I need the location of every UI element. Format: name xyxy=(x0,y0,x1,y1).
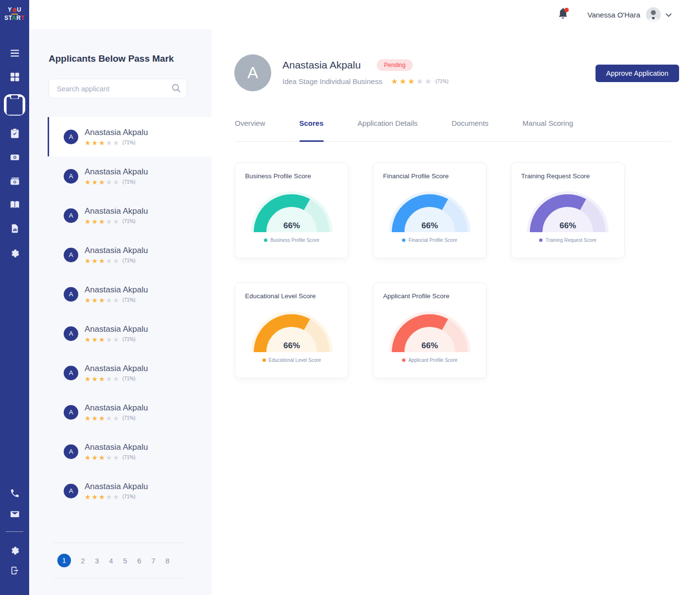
gauge-legend: Training Request Score xyxy=(511,238,624,243)
tab-documents[interactable]: Documents xyxy=(452,119,489,141)
applicant-list-item[interactable]: AAnastasia Akpalu★★★★★(71%) xyxy=(48,156,211,196)
pagination-page[interactable]: 1 xyxy=(57,554,71,567)
applicant-list-item[interactable]: AAnastasia Akpalu★★★★★(71%) xyxy=(48,117,211,156)
score-cards: Business Profile Score66%Business Profil… xyxy=(235,162,625,378)
main-content: A Anastasia Akpalu Pending Idea Stage In… xyxy=(211,29,700,595)
applicant-avatar: A xyxy=(64,208,78,223)
pagination-page[interactable]: 5 xyxy=(123,557,127,565)
pagination: 12345678 xyxy=(53,543,185,578)
pagination-page[interactable]: 2 xyxy=(81,557,85,565)
legend-dot-icon xyxy=(402,358,405,362)
pagination-page[interactable]: 7 xyxy=(151,557,156,565)
applicant-rating: ★★★★★(71%) xyxy=(85,139,148,146)
star-icon: ★ xyxy=(106,179,112,186)
gauge-chart: 66% xyxy=(511,182,624,236)
star-icon: ★ xyxy=(106,375,112,382)
applicant-name: Anastasia Akpalu xyxy=(85,167,148,177)
score-card: Business Profile Score66%Business Profil… xyxy=(235,162,349,258)
score-card: Educational Level Score66%Educational Le… xyxy=(235,282,349,378)
applicant-avatar: A xyxy=(64,326,78,341)
evaluations-icon[interactable] xyxy=(8,127,21,139)
applicant-list-item[interactable]: AAnastasia Akpalu★★★★★(71%) xyxy=(48,471,211,510)
mail-icon[interactable] xyxy=(8,508,21,520)
applicant-avatar: A xyxy=(64,130,78,144)
gauge-value: 66% xyxy=(283,221,300,230)
applicant-avatar: A xyxy=(64,444,78,459)
star-icon: ★ xyxy=(85,179,91,186)
user-name: Vanessa O'Hara xyxy=(588,11,640,19)
applicant-rating: ★★★★★(71%) xyxy=(85,454,148,461)
star-icon: ★ xyxy=(106,336,112,343)
menu-icon[interactable] xyxy=(8,47,21,59)
applicant-list-item[interactable]: AAnastasia Akpalu★★★★★(71%) xyxy=(48,196,211,235)
star-icon: ★ xyxy=(106,415,112,422)
pagination-page[interactable]: 4 xyxy=(109,557,113,565)
applicant-avatar: A xyxy=(64,287,78,302)
applicant-avatar: A xyxy=(64,366,78,380)
notification-dot xyxy=(564,8,569,12)
notification-bell-icon[interactable] xyxy=(558,8,568,21)
top-bar: Vanessa O'Hara xyxy=(29,0,700,29)
star-icon: ★ xyxy=(391,78,398,85)
applicant-name: Anastasia Akpalu xyxy=(85,364,148,374)
pagination-page[interactable]: 3 xyxy=(95,557,99,565)
star-icon: ★ xyxy=(92,218,98,225)
gauge-legend: Applicant Profile Score xyxy=(373,357,486,363)
legend-label: Educational Level Score xyxy=(269,357,321,363)
pagination-page[interactable]: 8 xyxy=(165,557,170,565)
applicant-list-item[interactable]: AAnastasia Akpalu★★★★★(71%) xyxy=(48,432,211,471)
applicant-list-item[interactable]: AAnastasia Akpalu★★★★★(71%) xyxy=(48,274,211,314)
sidebar-bottom-nav xyxy=(6,487,23,577)
sidebar: YU START xyxy=(0,0,29,595)
applications-nav-active[interactable] xyxy=(4,94,25,116)
search-icon xyxy=(172,84,181,95)
applicant-name: Anastasia Akpalu xyxy=(85,128,148,137)
gauge-chart: 66% xyxy=(235,302,348,356)
star-icon: ★ xyxy=(99,297,105,304)
applicant-percent: (71%) xyxy=(122,376,136,381)
applicant-avatar: A xyxy=(64,248,78,262)
applicant-list-item[interactable]: AAnastasia Akpalu★★★★★(71%) xyxy=(48,392,211,432)
applicant-list-item[interactable]: AAnastasia Akpalu★★★★★(71%) xyxy=(48,353,211,392)
gauge-value: 66% xyxy=(421,341,438,350)
star-icon: ★ xyxy=(106,297,112,304)
gauge-chart: 66% xyxy=(373,182,486,236)
applicant-list-item[interactable]: AAnastasia Akpalu★★★★★(71%) xyxy=(48,314,211,353)
tab-overview[interactable]: Overview xyxy=(235,119,265,141)
search-input[interactable] xyxy=(49,79,187,99)
clipboard-icon xyxy=(4,94,25,116)
tab-manual-scoring[interactable]: Manual Scoring xyxy=(523,119,573,141)
applicant-subtitle: Idea Stage Individual Business xyxy=(282,77,382,85)
star-icon: ★ xyxy=(85,336,91,343)
payouts-icon[interactable] xyxy=(8,174,21,187)
star-icon: ★ xyxy=(113,297,119,304)
legend-label: Financial Profile Score xyxy=(408,238,457,243)
star-icon: ★ xyxy=(113,218,119,225)
approve-application-button[interactable]: Approve Application xyxy=(595,65,679,82)
payments-icon[interactable] xyxy=(8,151,21,163)
search-wrap xyxy=(49,79,187,99)
star-icon: ★ xyxy=(92,415,98,422)
preferences-gear-icon[interactable] xyxy=(8,543,21,556)
library-icon[interactable] xyxy=(8,198,21,211)
applicant-rating: ★★★★★(71%) xyxy=(85,297,148,304)
score-card: Applicant Profile Score66%Applicant Prof… xyxy=(373,282,487,378)
tab-scores[interactable]: Scores xyxy=(299,119,324,141)
star-icon: ★ xyxy=(106,139,112,146)
chevron-down-icon[interactable] xyxy=(665,10,672,19)
star-icon: ★ xyxy=(106,454,112,461)
applicant-name: Anastasia Akpalu xyxy=(85,246,148,255)
applicant-list-item[interactable]: AAnastasia Akpalu★★★★★(71%) xyxy=(48,235,211,274)
settings-icon[interactable] xyxy=(8,246,21,258)
dashboard-icon[interactable] xyxy=(8,70,21,83)
phone-icon[interactable] xyxy=(8,487,21,499)
gauge-value: 66% xyxy=(283,341,300,350)
tab-application-details[interactable]: Application Details xyxy=(358,119,418,141)
user-avatar[interactable] xyxy=(646,7,661,22)
star-icon: ★ xyxy=(99,493,105,500)
pagination-page[interactable]: 6 xyxy=(137,557,141,565)
reports-icon[interactable] xyxy=(8,222,21,235)
applicant-avatar: A xyxy=(64,484,78,498)
logout-icon[interactable] xyxy=(8,564,21,577)
star-icon: ★ xyxy=(113,375,119,382)
